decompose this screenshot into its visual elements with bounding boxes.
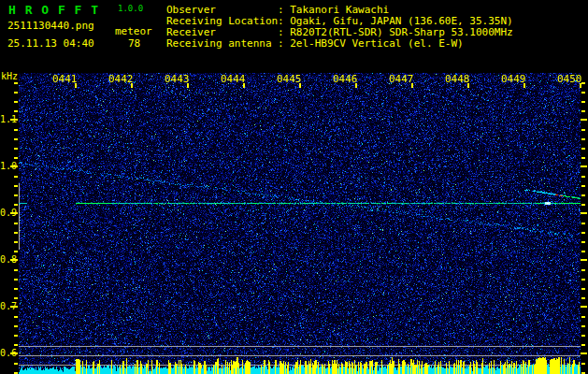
info-row-label: Receiving antenna (166, 38, 278, 50)
time-tick (411, 83, 413, 88)
minor-tick-right (581, 92, 585, 94)
time-label: 0448 (445, 74, 469, 85)
minor-tick-right (581, 129, 585, 131)
minor-tick-left (14, 110, 18, 112)
minor-tick-left (14, 344, 18, 346)
minor-tick-right (581, 194, 585, 196)
echo-count: 78 (128, 37, 140, 50)
time-label: 0445 (277, 74, 301, 85)
minor-tick-left (14, 251, 18, 252)
major-tick-left (10, 259, 18, 261)
app-title: H R O F F T (8, 3, 99, 17)
major-tick-left (10, 165, 18, 167)
spectrogram-plot (19, 73, 581, 374)
minor-tick-right (581, 157, 585, 159)
time-label: 0449 (501, 74, 525, 85)
time-label: 0442 (108, 74, 133, 85)
time-label: 0450 (557, 74, 581, 85)
time-label: 0441 (52, 74, 77, 85)
minor-tick-left (14, 129, 18, 131)
file-name: 2511130440.png (7, 20, 94, 32)
info-row-value: 2el-HB9CV Vertical (el. E-W) (290, 37, 463, 50)
minor-tick-right (581, 363, 585, 365)
minor-tick-left (14, 185, 18, 187)
minor-tick-left (14, 279, 18, 280)
minor-tick-left (14, 138, 18, 140)
time-label: 0444 (221, 74, 245, 85)
minor-tick-right (581, 185, 585, 187)
minor-tick-left (14, 363, 18, 365)
time-tick (580, 83, 581, 88)
datetime-label: 25.11.13 04:40 (7, 37, 94, 50)
minor-tick-left (14, 148, 18, 150)
major-tick-left (10, 306, 18, 308)
major-tick-left (10, 119, 18, 121)
time-tick (299, 83, 301, 88)
major-tick-right (581, 212, 587, 214)
minor-tick-left (14, 335, 18, 337)
time-tick (467, 83, 469, 88)
minor-tick-left (14, 316, 18, 318)
minor-tick-right (581, 223, 585, 224)
minor-tick-right (581, 241, 585, 243)
minor-tick-right (581, 82, 585, 84)
app-version: 1.0.0 (118, 4, 143, 13)
minor-tick-right (581, 138, 585, 140)
mode-label: meteor (115, 25, 152, 37)
minor-tick-right (581, 288, 585, 290)
minor-tick-left (14, 241, 18, 243)
minor-tick-left (14, 223, 18, 224)
minor-tick-left (14, 325, 18, 327)
minor-tick-left (14, 288, 18, 290)
minor-tick-right (581, 325, 585, 327)
time-tick (523, 83, 525, 88)
minor-tick-left (14, 82, 18, 84)
minor-tick-right (581, 251, 585, 252)
minor-tick-left (14, 92, 18, 94)
minor-tick-right (581, 148, 585, 150)
frequency-unit-label: kHz (1, 71, 18, 81)
time-label: 0443 (165, 74, 189, 85)
time-label: 0446 (333, 74, 357, 85)
minor-tick-left (14, 194, 18, 196)
major-tick-right (581, 165, 587, 167)
minor-tick-right (581, 101, 585, 103)
time-tick (355, 83, 357, 88)
time-tick (187, 83, 189, 88)
major-tick-right (581, 119, 587, 121)
minor-tick-right (581, 279, 585, 280)
minor-tick-right (581, 297, 585, 299)
major-tick-right (581, 306, 587, 308)
minor-tick-left (14, 232, 18, 234)
time-tick (243, 83, 245, 88)
minor-tick-right (581, 316, 585, 318)
minor-tick-right (581, 204, 585, 206)
major-tick-left (10, 212, 18, 214)
minor-tick-left (14, 157, 18, 159)
hrofft-report: H R O F F T 1.0.0 2511130440.png meteor … (0, 0, 588, 374)
minor-tick-left (14, 101, 18, 103)
minor-tick-right (581, 269, 585, 271)
minor-tick-left (14, 297, 18, 299)
info-row: Receiving antenna: 2el-HB9CV Vertical (e… (166, 38, 464, 50)
minor-tick-right (581, 344, 585, 346)
time-tick (75, 83, 77, 88)
info-row-separator: : (278, 37, 290, 50)
minor-tick-left (14, 204, 18, 206)
major-tick-right (581, 259, 587, 261)
minor-tick-right (581, 176, 585, 178)
minor-tick-left (14, 176, 18, 178)
minor-tick-right (581, 110, 585, 112)
major-tick-right (581, 352, 587, 354)
time-label: 0447 (389, 74, 413, 85)
minor-tick-right (581, 232, 585, 234)
time-tick (131, 83, 133, 88)
minor-tick-right (581, 335, 585, 337)
minor-tick-left (14, 269, 18, 271)
major-tick-left (10, 352, 18, 354)
